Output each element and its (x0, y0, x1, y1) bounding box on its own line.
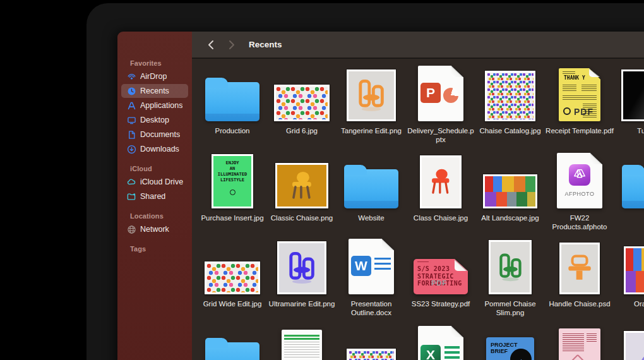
sidebar-item-network[interactable]: Network (121, 222, 188, 236)
document-icon-receipt: THANK Y PDF (559, 68, 600, 121)
document-icon-pink-text (559, 328, 600, 360)
file-tile-alt-landscape-jpg[interactable]: Alt Landscape.jpg (475, 151, 545, 223)
sidebar-section-header-tags: Tags (117, 245, 192, 255)
shared-folder-icon (126, 191, 136, 201)
photo-thumbnail (274, 85, 330, 121)
chevron-left-icon (206, 40, 215, 50)
pie-chart-glyph (443, 88, 458, 103)
file-icon (475, 151, 545, 210)
photo-thumbnail (559, 243, 600, 294)
file-tile-handle-chaise-psd[interactable]: Handle Chaise.psd (545, 237, 614, 309)
file-icon (198, 237, 267, 296)
file-icon (267, 237, 337, 296)
file-tile-grid-wide-edit-jpg[interactable]: Grid Wide Edit.jpg (198, 237, 267, 309)
file-tile-r4c7[interactable] (614, 324, 644, 360)
file-tile-website[interactable]: Website (337, 151, 406, 223)
file-icon: ENJOYANILLUMINATEDLIFESTYLE (198, 151, 267, 210)
file-tile-classic-chaise-png[interactable]: Classic Chaise.png (267, 151, 337, 223)
file-tile-receipt-template-pdf[interactable]: THANK Y PDF Receipt Template.pdf (545, 64, 614, 136)
sidebar-item-label: Desktop (140, 116, 169, 124)
file-tile-r4c1[interactable] (198, 324, 267, 360)
sidebar-item-documents[interactable]: Documents (121, 128, 188, 141)
back-button[interactable] (202, 37, 218, 53)
file-label: Handle Chaise.psd (549, 300, 610, 309)
document-icon-docx: W (349, 239, 394, 294)
file-tile-grid-6-jpg[interactable]: Grid 6.jpg (267, 64, 337, 136)
download-icon (126, 144, 136, 154)
file-tile-bu[interactable]: Bu (614, 151, 644, 223)
file-tile-ss23-strategy-pdf[interactable]: S/S 2023STRATEGICFORECASTING PDF SS23 St… (406, 237, 475, 309)
file-tile-r4c3[interactable] (337, 324, 406, 360)
chair-grid-art (276, 87, 328, 119)
file-icon (337, 64, 406, 123)
sidebar-item-applications[interactable]: Applications (121, 99, 188, 112)
sidebar-item-recents[interactable]: Recents (121, 84, 188, 98)
document-icon-brief: PROJECTBRIEF (486, 337, 534, 360)
file-tile-r4c2[interactable] (267, 324, 337, 360)
file-icon (475, 237, 545, 296)
file-label: Production (215, 127, 250, 136)
pdf-watermark: PDF (431, 279, 447, 287)
file-tile-production[interactable]: Production (198, 64, 267, 136)
file-tile-tumble[interactable]: Tumble (614, 64, 644, 136)
globe-icon (126, 224, 136, 234)
file-tile-tangerine-edit-png[interactable]: Tangerine Edit.png (337, 64, 406, 136)
sidebar-item-label: Shared (140, 192, 165, 201)
file-label: Orange L (634, 300, 644, 309)
sidebar-item-shared[interactable]: Shared (121, 189, 188, 203)
file-label: FW22 Products.afphoto (546, 214, 614, 231)
file-tile-pommel-chaise-slim-png[interactable]: Pommel Chaise Slim.png (475, 237, 545, 317)
word-logo: W (351, 256, 371, 276)
file-tile-purchase-insert-jpg[interactable]: ENJOYANILLUMINATEDLIFESTYLE Purchase Ins… (198, 151, 267, 223)
sidebar-item-desktop[interactable]: Desktop (121, 113, 188, 127)
file-label: Grid 6.jpg (286, 127, 318, 136)
photo-thumbnail (621, 69, 644, 121)
file-label: Delivery_Schedule.pptx (407, 127, 475, 144)
affinity-photo-logo (569, 164, 590, 186)
file-icon (614, 237, 644, 296)
file-icon (198, 324, 267, 360)
photo-thumbnail (483, 174, 537, 208)
file-tile-delivery-schedule-pptx[interactable]: P Delivery_Schedule.pptx (406, 64, 475, 144)
sidebar-item-icloud-drive[interactable]: iCloud Drive (121, 175, 188, 189)
file-tile-presentation-outline-docx[interactable]: W Presentation Outline.docx (337, 237, 406, 317)
file-icon (267, 151, 337, 210)
photo-shadow-art (623, 71, 644, 119)
sidebar-section-header-locations: Locations (117, 212, 192, 222)
file-icon: THANK Y PDF (545, 64, 614, 123)
file-icon (545, 237, 614, 296)
file-tile-r4c5[interactable]: PROJECTBRIEF (475, 324, 545, 360)
file-label: Website (358, 214, 384, 223)
file-tile-orange-l[interactable]: Orange L (614, 237, 644, 309)
file-tile-ultramarine-edit-png[interactable]: Ultramarine Edit.png (267, 237, 337, 309)
file-label: Class Chaise.jpg (414, 214, 468, 223)
sidebar-item-label: Documents (140, 130, 180, 139)
file-icon: S/S 2023STRATEGICFORECASTING PDF (406, 237, 475, 296)
sidebar-item-airdrop[interactable]: AirDrop (121, 69, 188, 83)
powerpoint-logo: P (420, 83, 441, 103)
chair-art (426, 167, 456, 197)
forward-button[interactable] (224, 37, 240, 53)
poster-text: ENJOYANILLUMINATEDLIFESTYLE (218, 160, 247, 183)
sidebar-item-downloads[interactable]: Downloads (121, 142, 188, 156)
photo-thumbnail (275, 163, 328, 208)
folder-icon (622, 169, 644, 208)
airdrop-icon (126, 71, 136, 81)
file-icon (614, 324, 644, 360)
file-grid: ProductionGrid 6.jpg Tangerine Edit.png … (192, 59, 644, 360)
file-tile-chaise-catalog-jpg[interactable]: Chaise Catalog.jpg (475, 64, 545, 136)
file-icon (475, 64, 545, 123)
window-title: Recents (249, 40, 282, 49)
excel-logo: X (420, 345, 441, 360)
file-label: Receipt Template.pdf (546, 127, 614, 136)
file-tile-r4c6[interactable] (545, 324, 614, 360)
file-tile-r4c4[interactable]: X (406, 324, 475, 360)
folder-icon (344, 169, 398, 208)
sidebar-item-label: Network (140, 225, 169, 234)
file-label: Classic Chaise.png (271, 214, 333, 223)
file-tile-fw22-products-afphoto[interactable]: AFPHOTO FW22 Products.afphoto (545, 151, 614, 231)
file-icon: W (337, 237, 406, 296)
file-label: Ultramarine Edit.png (269, 300, 335, 309)
document-icon-afphoto: AFPHOTO (557, 153, 602, 208)
file-tile-class-chaise-jpg[interactable]: Class Chaise.jpg (406, 151, 475, 223)
